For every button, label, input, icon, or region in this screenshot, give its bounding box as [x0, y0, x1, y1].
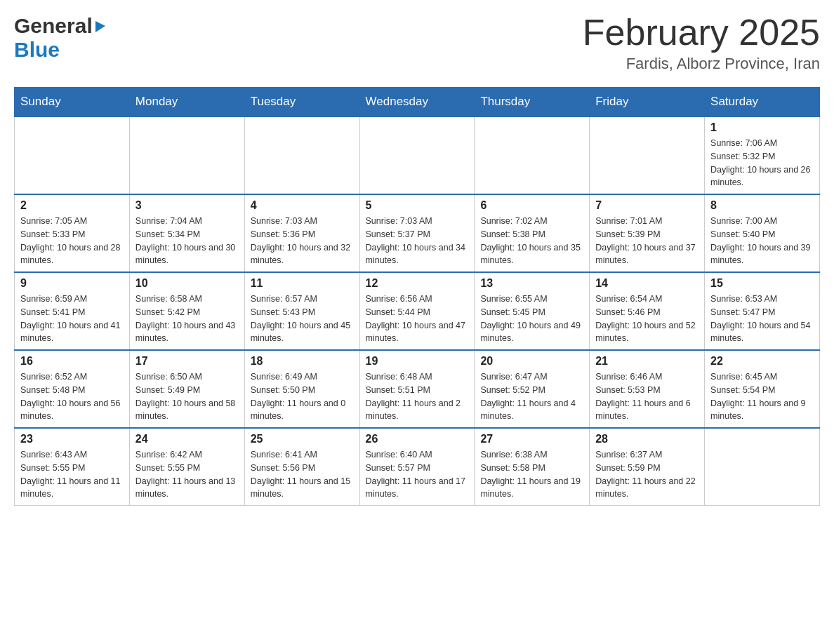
calendar-cell: 22Sunrise: 6:45 AM Sunset: 5:54 PM Dayli…	[705, 350, 820, 428]
day-info: Sunrise: 6:45 AM Sunset: 5:54 PM Dayligh…	[710, 370, 814, 423]
day-of-week-header: Friday	[590, 88, 705, 117]
day-number: 15	[710, 277, 814, 290]
day-info: Sunrise: 7:04 AM Sunset: 5:34 PM Dayligh…	[135, 215, 239, 267]
day-info: Sunrise: 6:57 AM Sunset: 5:43 PM Dayligh…	[251, 293, 354, 345]
day-info: Sunrise: 7:03 AM Sunset: 5:37 PM Dayligh…	[366, 215, 469, 267]
day-number: 26	[366, 433, 469, 445]
day-info: Sunrise: 6:41 AM Sunset: 5:56 PM Dayligh…	[251, 448, 354, 501]
day-of-week-header: Saturday	[705, 88, 820, 117]
day-info: Sunrise: 6:58 AM Sunset: 5:42 PM Dayligh…	[135, 293, 239, 345]
day-number: 21	[595, 355, 699, 368]
day-info: Sunrise: 6:53 AM Sunset: 5:47 PM Dayligh…	[710, 293, 814, 345]
calendar-cell: 7Sunrise: 7:01 AM Sunset: 5:39 PM Daylig…	[590, 194, 705, 272]
calendar-cell: 20Sunrise: 6:47 AM Sunset: 5:52 PM Dayli…	[475, 350, 590, 428]
page-header: General Blue February 2025 Fardis, Albor…	[14, 14, 820, 73]
day-number: 22	[710, 355, 814, 368]
day-info: Sunrise: 6:59 AM Sunset: 5:41 PM Dayligh…	[20, 293, 124, 345]
calendar-cell: 13Sunrise: 6:55 AM Sunset: 5:45 PM Dayli…	[475, 272, 590, 350]
day-number: 11	[251, 277, 354, 290]
day-number: 25	[251, 433, 354, 445]
day-number: 12	[366, 277, 469, 290]
calendar-cell	[475, 116, 590, 194]
calendar-week-row: 9Sunrise: 6:59 AM Sunset: 5:41 PM Daylig…	[15, 272, 820, 350]
calendar-cell: 9Sunrise: 6:59 AM Sunset: 5:41 PM Daylig…	[15, 272, 130, 350]
day-number: 2	[20, 199, 124, 212]
day-number: 3	[135, 199, 239, 212]
logo-general-text: General	[14, 14, 93, 38]
day-number: 24	[135, 433, 239, 445]
day-number: 6	[480, 199, 583, 212]
logo-triangle-icon	[93, 18, 108, 34]
calendar-cell	[15, 116, 130, 194]
day-number: 14	[595, 277, 699, 290]
calendar-cell: 21Sunrise: 6:46 AM Sunset: 5:53 PM Dayli…	[590, 350, 705, 428]
calendar-cell: 16Sunrise: 6:52 AM Sunset: 5:48 PM Dayli…	[15, 350, 130, 428]
day-number: 20	[480, 355, 583, 368]
day-info: Sunrise: 7:00 AM Sunset: 5:40 PM Dayligh…	[710, 215, 814, 267]
calendar-table: SundayMondayTuesdayWednesdayThursdayFrid…	[14, 87, 820, 506]
day-number: 17	[135, 355, 239, 368]
day-number: 1	[710, 121, 814, 134]
title-section: February 2025 Fardis, Alborz Province, I…	[583, 14, 820, 73]
calendar-cell: 19Sunrise: 6:48 AM Sunset: 5:51 PM Dayli…	[359, 350, 475, 428]
day-number: 19	[366, 355, 469, 368]
calendar-cell	[129, 116, 244, 194]
day-number: 27	[480, 433, 583, 445]
calendar-cell: 2Sunrise: 7:05 AM Sunset: 5:33 PM Daylig…	[15, 194, 130, 272]
calendar-cell: 10Sunrise: 6:58 AM Sunset: 5:42 PM Dayli…	[129, 272, 244, 350]
svg-marker-0	[95, 21, 105, 32]
calendar-cell: 11Sunrise: 6:57 AM Sunset: 5:43 PM Dayli…	[244, 272, 359, 350]
calendar-cell: 8Sunrise: 7:00 AM Sunset: 5:40 PM Daylig…	[705, 194, 820, 272]
day-info: Sunrise: 6:48 AM Sunset: 5:51 PM Dayligh…	[366, 370, 469, 423]
day-number: 28	[595, 433, 699, 445]
calendar-header-row: SundayMondayTuesdayWednesdayThursdayFrid…	[15, 88, 820, 117]
calendar-cell	[244, 116, 359, 194]
day-info: Sunrise: 6:38 AM Sunset: 5:58 PM Dayligh…	[480, 448, 583, 501]
calendar-cell: 12Sunrise: 6:56 AM Sunset: 5:44 PM Dayli…	[359, 272, 475, 350]
calendar-cell	[590, 116, 705, 194]
day-info: Sunrise: 6:50 AM Sunset: 5:49 PM Dayligh…	[135, 370, 239, 423]
calendar-cell: 14Sunrise: 6:54 AM Sunset: 5:46 PM Dayli…	[590, 272, 705, 350]
day-info: Sunrise: 6:52 AM Sunset: 5:48 PM Dayligh…	[20, 370, 124, 423]
day-info: Sunrise: 6:49 AM Sunset: 5:50 PM Dayligh…	[251, 370, 354, 423]
day-number: 10	[135, 277, 239, 290]
day-number: 4	[251, 199, 354, 212]
day-info: Sunrise: 7:03 AM Sunset: 5:36 PM Dayligh…	[251, 215, 354, 267]
logo: General Blue	[14, 14, 108, 62]
calendar-cell: 18Sunrise: 6:49 AM Sunset: 5:50 PM Dayli…	[244, 350, 359, 428]
calendar-week-row: 23Sunrise: 6:43 AM Sunset: 5:55 PM Dayli…	[15, 428, 820, 506]
day-of-week-header: Thursday	[475, 88, 590, 117]
calendar-cell: 27Sunrise: 6:38 AM Sunset: 5:58 PM Dayli…	[475, 428, 590, 506]
day-of-week-header: Monday	[129, 88, 244, 117]
calendar-cell: 4Sunrise: 7:03 AM Sunset: 5:36 PM Daylig…	[244, 194, 359, 272]
day-info: Sunrise: 6:42 AM Sunset: 5:55 PM Dayligh…	[135, 448, 239, 501]
day-info: Sunrise: 6:54 AM Sunset: 5:46 PM Dayligh…	[595, 293, 699, 345]
day-number: 7	[595, 199, 699, 212]
calendar-cell: 23Sunrise: 6:43 AM Sunset: 5:55 PM Dayli…	[15, 428, 130, 506]
day-of-week-header: Wednesday	[359, 88, 475, 117]
day-of-week-header: Sunday	[15, 88, 130, 117]
day-info: Sunrise: 6:43 AM Sunset: 5:55 PM Dayligh…	[20, 448, 124, 501]
day-info: Sunrise: 7:01 AM Sunset: 5:39 PM Dayligh…	[595, 215, 699, 267]
calendar-cell: 5Sunrise: 7:03 AM Sunset: 5:37 PM Daylig…	[359, 194, 475, 272]
logo-blue-text: Blue	[14, 38, 60, 61]
day-number: 9	[20, 277, 124, 290]
day-number: 13	[480, 277, 583, 290]
calendar-week-row: 16Sunrise: 6:52 AM Sunset: 5:48 PM Dayli…	[15, 350, 820, 428]
calendar-cell: 6Sunrise: 7:02 AM Sunset: 5:38 PM Daylig…	[475, 194, 590, 272]
calendar-week-row: 1Sunrise: 7:06 AM Sunset: 5:32 PM Daylig…	[15, 116, 820, 194]
calendar-cell: 17Sunrise: 6:50 AM Sunset: 5:49 PM Dayli…	[129, 350, 244, 428]
day-info: Sunrise: 7:05 AM Sunset: 5:33 PM Dayligh…	[20, 215, 124, 267]
calendar-cell: 1Sunrise: 7:06 AM Sunset: 5:32 PM Daylig…	[705, 116, 820, 194]
day-info: Sunrise: 6:46 AM Sunset: 5:53 PM Dayligh…	[595, 370, 699, 423]
calendar-week-row: 2Sunrise: 7:05 AM Sunset: 5:33 PM Daylig…	[15, 194, 820, 272]
calendar-cell	[359, 116, 475, 194]
day-info: Sunrise: 6:47 AM Sunset: 5:52 PM Dayligh…	[480, 370, 583, 423]
calendar-cell: 26Sunrise: 6:40 AM Sunset: 5:57 PM Dayli…	[359, 428, 475, 506]
day-number: 5	[366, 199, 469, 212]
month-title: February 2025	[583, 14, 820, 51]
day-info: Sunrise: 7:02 AM Sunset: 5:38 PM Dayligh…	[480, 215, 583, 267]
day-info: Sunrise: 6:55 AM Sunset: 5:45 PM Dayligh…	[480, 293, 583, 345]
calendar-cell: 3Sunrise: 7:04 AM Sunset: 5:34 PM Daylig…	[129, 194, 244, 272]
day-number: 16	[20, 355, 124, 368]
